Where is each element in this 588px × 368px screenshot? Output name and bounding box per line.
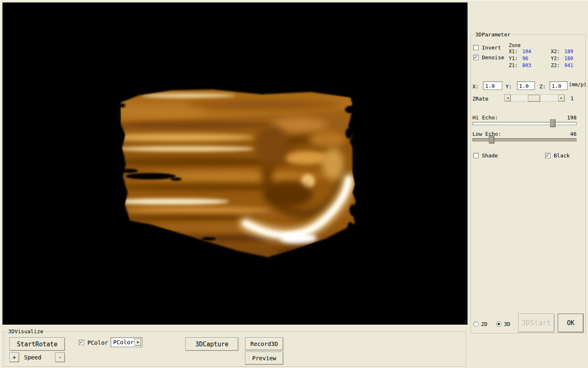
hi-echo-thumb[interactable] [550,119,556,127]
chevron-down-icon[interactable]: ▼ [134,339,141,346]
3dstart-button[interactable]: 3DStart [518,314,555,332]
3dcapture-button[interactable]: 3DCapture [185,337,238,351]
start-rotate-button[interactable]: StartRotate [9,337,65,351]
zone-y2-label: Y2: [551,56,564,61]
scale-unit-label: (mm/p) [569,82,586,88]
denoise-checkbox[interactable] [473,55,479,60]
black-label: Black [554,153,570,159]
hi-echo-label: Hi Echo: [472,114,498,121]
zone-x2-value: 189 [564,49,583,54]
hi-echo-slider[interactable] [472,122,577,125]
mode-3d-radio[interactable] [496,321,501,327]
low-echo-thumb[interactable] [489,136,494,144]
scale-y-input[interactable] [517,81,535,90]
zone-z2-value: 941 [564,63,583,68]
zrate-right-arrow-icon[interactable]: ► [558,94,565,101]
record3d-button[interactable]: Record3D [245,337,283,350]
low-echo-value: 46 [570,131,577,137]
black-checkbox[interactable] [545,153,550,158]
mode-2d-radio[interactable] [473,321,479,327]
zrate-track[interactable] [511,94,558,101]
speed-minus-button[interactable]: - [55,352,65,362]
volume-render-3d [2,2,468,325]
visualize-panel: 3DVisualize StartRotate + Speed - PColor… [4,332,466,367]
pcolor-checkbox-label: PColor [87,339,108,346]
invert-label: Invert [482,45,501,51]
visualize-panel-title: 3DVisualize [7,328,45,334]
scale-x-input[interactable] [483,81,502,90]
zone-z1-label: Z1: [509,63,522,68]
scale-z-input[interactable] [550,81,568,90]
shade-label: Shade [482,153,498,159]
zone-x2-label: X2: [551,49,564,54]
low-echo-row: Low Echo: 46 [472,131,577,137]
zone-label: Zone [509,43,521,48]
scale-x-label: X: [472,83,479,90]
speed-label: Speed [24,354,41,361]
zone-z2-label: Z2: [551,63,564,68]
parameter-panel: 3DParameter Invert Denoise Zone X1: 104 … [471,35,586,334]
low-echo-label: Low Echo: [472,131,501,137]
hi-echo-row: Hi Echo: 198 [472,114,577,121]
low-echo-slider[interactable] [472,138,577,141]
zone-y1-value: 96 [522,56,551,61]
zone-table: X1: 104 X2: 189 Y1: 96 Y2: 180 Z1: 803 Z… [509,49,583,68]
speed-plus-button[interactable]: + [9,352,19,362]
zrate-value: 1 [570,95,574,101]
hi-echo-value: 198 [567,114,577,121]
zone-z1-value: 803 [522,63,551,68]
pcolor-dropdown-value: PColor [111,339,134,346]
scale-z-label: Z: [539,83,546,90]
invert-checkbox[interactable] [473,45,479,50]
mode-2d-label: 2D [481,321,488,327]
scale-y-label: Y: [506,83,512,90]
zone-y2-value: 180 [564,56,583,61]
zone-x1-label: X1: [509,49,522,54]
mode-3d-label: 3D [504,321,510,327]
zrate-label: ZRate [472,96,488,102]
pcolor-checkbox[interactable] [79,340,84,345]
zrate-thumb[interactable] [528,95,540,102]
zrate-scrollbar[interactable]: ◄ ► [504,94,565,101]
render-viewport[interactable] [2,2,468,325]
app-window: 3DParameter Invert Denoise Zone X1: 104 … [0,0,588,368]
zone-x1-value: 104 [522,49,551,54]
denoise-label: Denoise [482,54,504,61]
parameter-panel-title: 3DParameter [474,31,512,38]
zrate-left-arrow-icon[interactable]: ◄ [504,94,511,101]
preview-button[interactable]: Preview [245,352,283,365]
pcolor-dropdown[interactable]: PColor ▼ [111,337,143,347]
zone-y1-label: Y1: [509,56,522,61]
ok-button[interactable]: OK [558,314,584,332]
shade-checkbox[interactable] [473,153,479,158]
